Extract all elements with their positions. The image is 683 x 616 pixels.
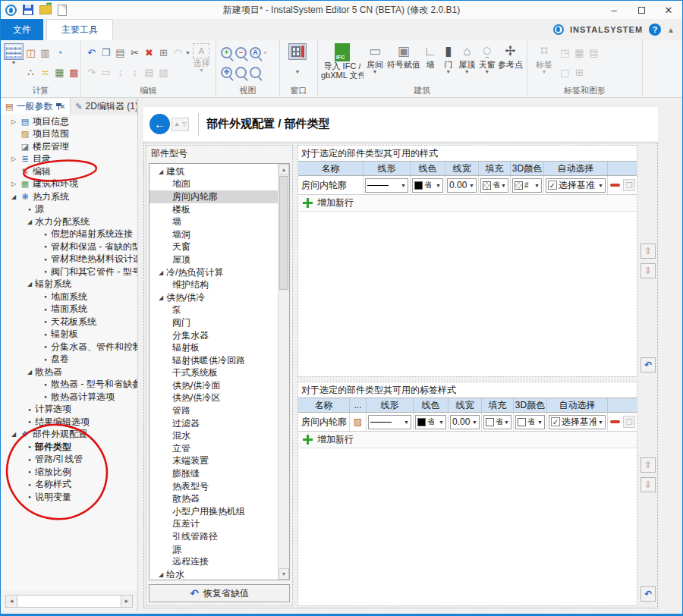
list-item[interactable]: 混水 xyxy=(150,429,278,442)
zoom-window-icon[interactable] xyxy=(250,67,261,78)
linewidth-dropdown[interactable]: 0.00▼ xyxy=(450,415,480,429)
fill-dropdown[interactable]: 省▼ xyxy=(480,178,508,193)
move-up-button[interactable]: ⇧ xyxy=(641,244,656,259)
tree-item[interactable]: ◪楼层管理 xyxy=(1,140,137,153)
transform-icon[interactable]: ⊞ xyxy=(156,46,171,60)
list-item[interactable]: ◢建筑 xyxy=(150,165,278,178)
fill-dropdown[interactable]: 省▼ xyxy=(483,415,511,429)
tree-item[interactable]: ●天花板系统 xyxy=(1,316,137,328)
list-item[interactable]: 泵 xyxy=(150,304,278,317)
nav-up-icon[interactable]: ▲ xyxy=(174,121,180,127)
calculate-button[interactable]: ▼ xyxy=(4,42,24,82)
autoselect-checkbox[interactable]: ✓ xyxy=(548,181,557,190)
tab-file[interactable]: 文件 xyxy=(1,19,43,40)
linecolor-dropdown[interactable]: 省▼ xyxy=(412,178,443,193)
move-up-button[interactable]: ⇧ xyxy=(641,457,656,473)
tag-button[interactable]: ⌑ 标签 ▼ xyxy=(530,42,558,86)
list-item[interactable]: 供热/供冷面 xyxy=(150,379,278,392)
move-down-button[interactable]: ⇩ xyxy=(641,477,656,492)
copy-icon[interactable]: ❐ xyxy=(99,46,113,60)
list-item[interactable]: 房间内轮廓 xyxy=(150,190,278,203)
tree-item[interactable]: ●辐射板 xyxy=(1,328,137,341)
tree-item[interactable]: ●假想的辐射系统连接 xyxy=(1,228,137,241)
tree-item[interactable]: ▷▤项目信息 xyxy=(1,115,137,128)
tree-item[interactable]: ●散热器计算选项 xyxy=(1,391,137,404)
calc-network-icon[interactable]: ∴ xyxy=(24,65,38,80)
redo-icon[interactable]: ↷ xyxy=(84,65,99,80)
tree-item[interactable]: ●盘卷 xyxy=(1,354,137,366)
delete-icon[interactable]: ✖ xyxy=(142,46,156,60)
color3d-dropdown[interactable]: #▼ xyxy=(512,178,542,193)
list-item[interactable]: 地面 xyxy=(150,178,278,191)
list-graphic-icon[interactable]: ▤ xyxy=(587,46,601,60)
list-item[interactable]: 屋顶 xyxy=(150,253,278,266)
list-item[interactable]: 小型户用换热机组 xyxy=(150,505,278,518)
tree-item[interactable]: ✎编辑 xyxy=(1,165,137,178)
frame-icon[interactable]: ▭ xyxy=(99,65,113,80)
list-item[interactable]: 墙洞 xyxy=(150,228,278,241)
tab-2d-editor[interactable]: ✎ 2D编辑器 (1) xyxy=(71,99,137,115)
scroll-thumb[interactable] xyxy=(279,176,288,290)
tree-item[interactable]: ●管路/引线管 xyxy=(1,454,137,467)
linetype-dropdown[interactable]: ▼ xyxy=(365,178,408,193)
calc-config-icon[interactable]: ◫ xyxy=(24,46,38,60)
linewidth-dropdown[interactable]: 0.00▼ xyxy=(447,178,477,193)
list-item[interactable]: 分集水器 xyxy=(150,329,278,342)
list-item[interactable]: ◢供热/供冷 xyxy=(150,291,278,304)
list-item[interactable]: 立管 xyxy=(150,442,278,455)
window-view-button[interactable]: ▼ xyxy=(283,42,312,74)
list-item[interactable]: 墙 xyxy=(150,215,278,228)
tree-item[interactable]: ●管材和保温 - 省缺的型号和 xyxy=(1,240,137,253)
list-item[interactable]: 散热器 xyxy=(150,492,278,505)
list-item[interactable]: 管路 xyxy=(150,404,278,417)
tree-item[interactable]: ●墙面系统 xyxy=(1,303,137,316)
list-item[interactable]: ◢冷/热负荷计算 xyxy=(150,266,278,279)
rotate-icon[interactable]: ◠ xyxy=(171,46,185,60)
list-item[interactable]: 干式系统板 xyxy=(150,367,278,380)
tree-item[interactable]: ●散热器 - 型号和省缺参数 xyxy=(1,379,137,391)
tree-item[interactable]: ●源 xyxy=(1,203,137,216)
back-button[interactable]: ← xyxy=(150,114,170,134)
symbol-assign-button[interactable]: ▣ 符号赋值 xyxy=(386,42,421,86)
list-item[interactable]: 引线管路径 xyxy=(150,530,278,543)
list-item[interactable]: 源 xyxy=(150,543,278,556)
wall-button[interactable]: ∟ 墙 xyxy=(421,42,440,86)
open-icon[interactable] xyxy=(39,5,52,14)
remove-row-button[interactable] xyxy=(609,179,621,191)
list-item[interactable]: ◢给水 xyxy=(150,568,278,580)
select-button[interactable]: A 选择 ▼ xyxy=(190,42,212,82)
reference-point-button[interactable]: ✢ 参考点 xyxy=(497,42,524,86)
tree-item[interactable]: ●阀门和其它管件 - 型号和省 xyxy=(1,266,137,278)
tree-item[interactable]: ◢❖部件外观配置 xyxy=(1,429,137,442)
close-button[interactable]: ✕ xyxy=(655,1,682,19)
calc-grid-save-icon[interactable]: ▦ xyxy=(52,65,67,80)
align-center-icon[interactable]: ↨ xyxy=(127,65,142,80)
skylight-button[interactable]: ⍜ 天窗 ▼ xyxy=(477,42,496,86)
restore-defaults-button[interactable]: ↶ 恢复省缺值 xyxy=(149,584,290,602)
tree-item[interactable]: ●名称样式 xyxy=(1,479,137,492)
zoom-in-icon[interactable]: + xyxy=(221,47,232,58)
a3-frame-icon[interactable]: ▢ xyxy=(558,65,572,80)
grid-table-icon[interactable]: ⊞ xyxy=(572,65,587,80)
tree-item[interactable]: ●结果编辑选项 xyxy=(1,416,137,429)
list-item[interactable]: 过滤器 xyxy=(150,417,278,430)
align-vertical-icon[interactable]: ↕ xyxy=(113,65,127,80)
list-item[interactable]: 维护结构 xyxy=(150,278,278,291)
tree-item[interactable]: ●说明变量 xyxy=(1,491,137,504)
minimize-button[interactable]: – xyxy=(600,1,628,19)
cut-icon[interactable]: ✂ xyxy=(127,46,142,60)
tree-item[interactable]: ◢散热器 xyxy=(1,366,137,379)
tree-item[interactable]: ●分集水器、管件和控制 xyxy=(1,341,137,354)
autoselect-dropdown[interactable]: ✓选择基准 .▼ xyxy=(549,415,606,429)
tree-item[interactable]: ●计算选项 xyxy=(1,404,137,416)
duplicate-row-button[interactable]: ❐ xyxy=(623,416,635,428)
tree-item[interactable]: ●管材和绝热材料设计选项 xyxy=(1,253,137,266)
zoom-all-icon[interactable]: A xyxy=(250,47,261,58)
tree-item[interactable]: ▨项目范围 xyxy=(1,128,137,141)
nav-mini-buttons[interactable]: ▲ ▽ xyxy=(172,118,189,131)
help-button[interactable]: ? xyxy=(649,24,661,36)
calc-sphere-icon[interactable]: ◔ xyxy=(52,46,67,60)
scroll-right-icon[interactable]: ► xyxy=(121,595,133,608)
scroll-left-icon[interactable]: ◄ xyxy=(5,595,17,608)
autoselect-checkbox[interactable]: ✓ xyxy=(551,417,560,426)
